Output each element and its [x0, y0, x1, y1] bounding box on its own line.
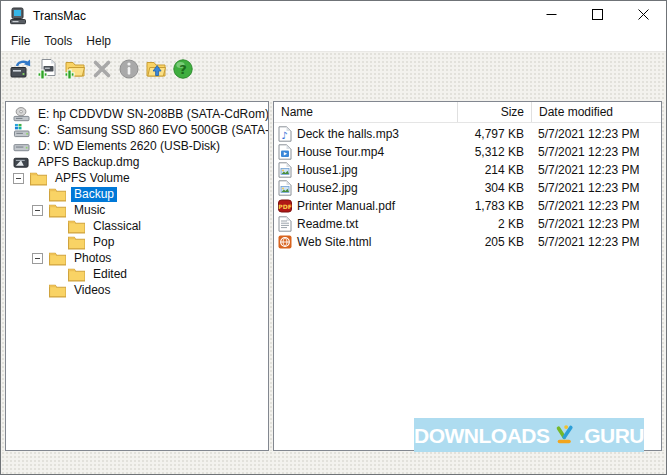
file-row-house2-jpg[interactable]: House2.jpg304 KB5/7/2021 12:23 PM: [274, 179, 661, 197]
file-name-cell: ♪Deck the halls.mp3: [274, 126, 457, 142]
window-title: TransMac: [33, 9, 86, 23]
folder-icon: [68, 267, 85, 282]
system-drive-icon: [13, 123, 30, 138]
mp3-file-icon: ♪: [278, 126, 292, 142]
help-question-icon: ?: [172, 58, 194, 80]
tree-item-label: C: Samsung SSD 860 EVO 500GB (SATA-Disk): [35, 123, 269, 138]
file-name-cell: House1.jpg: [274, 162, 457, 178]
file-size: 205 KB: [457, 235, 531, 249]
file-date-modified: 5/7/2021 12:23 PM: [531, 127, 661, 141]
folder-icon: [49, 187, 66, 202]
tree-item-music[interactable]: Music: [6, 202, 268, 218]
file-size: 304 KB: [457, 181, 531, 195]
jpg-file-icon: [278, 162, 292, 178]
minimize-icon: [546, 9, 557, 23]
file-name: Web Site.html: [297, 235, 371, 249]
file-name-cell: Readme.txt: [274, 216, 457, 232]
file-row-house1-jpg[interactable]: House1.jpg214 KB5/7/2021 12:23 PM: [274, 161, 661, 179]
collapse-expander-icon[interactable]: [32, 205, 43, 216]
file-name-cell: PDFPrinter Manual.pdf: [274, 198, 457, 214]
file-row-house-tour-mp4[interactable]: House Tour.mp45,312 KB5/7/2021 12:23 PM: [274, 143, 661, 161]
file-name: House Tour.mp4: [297, 145, 384, 159]
file-row-deck-the-halls-mp3[interactable]: ♪Deck the halls.mp34,797 KB5/7/2021 12:2…: [274, 125, 661, 143]
menu-bar: FileToolsHelp: [1, 31, 666, 52]
new-folder-toolbar-button[interactable]: [61, 55, 88, 82]
menu-file[interactable]: File: [4, 32, 37, 50]
file-rows: ♪Deck the halls.mp34,797 KB5/7/2021 12:2…: [274, 123, 661, 251]
refresh-drives-toolbar-button[interactable]: [7, 55, 34, 82]
transmac-app-icon: [9, 7, 27, 25]
usb-drive-icon: [13, 139, 30, 154]
file-size: 4,797 KB: [457, 127, 531, 141]
jpg-file-icon: [278, 180, 292, 196]
tree-item-label: E: hp CDDVDW SN-208BB (SATA-CdRom): [35, 107, 269, 122]
column-header-date[interactable]: Date modified: [531, 102, 661, 122]
restore-folder-toolbar-button[interactable]: [142, 55, 169, 82]
column-header-size[interactable]: Size: [457, 102, 531, 122]
pdf-file-icon: PDF: [278, 198, 292, 214]
disk-image-add-icon: [37, 58, 59, 80]
downloads-guru-watermark: DOWNLOADS .GURU: [414, 418, 644, 452]
file-list-header: NameSizeDate modified: [274, 102, 661, 123]
drive-tree-panel: E: hp CDDVDW SN-208BB (SATA-CdRom)C: Sam…: [5, 101, 269, 451]
tree-item-c-samsung-ssd-860-evo-500gb-sata-disk[interactable]: C: Samsung SSD 860 EVO 500GB (SATA-Disk): [6, 122, 268, 138]
new-disk-image-toolbar-button[interactable]: [34, 55, 61, 82]
tree-item-label: Photos: [71, 251, 114, 266]
transmac-window: TransMac FileToolsHelp ? E: hp CDDVDW SN…: [0, 0, 667, 475]
file-name: Printer Manual.pdf: [297, 199, 395, 213]
file-row-readme-txt[interactable]: Readme.txt2 KB5/7/2021 12:23 PM: [274, 215, 661, 233]
folder-icon: [68, 219, 85, 234]
tree-item-label: Pop: [90, 235, 117, 250]
tree-item-edited[interactable]: Edited: [6, 266, 268, 282]
tree-item-label: APFS Volume: [52, 171, 133, 186]
tree-item-classical[interactable]: Classical: [6, 218, 268, 234]
tree-item-photos[interactable]: Photos: [6, 250, 268, 266]
info-circle-icon: [118, 58, 140, 80]
collapse-expander-icon[interactable]: [32, 253, 43, 264]
file-row-web-site-html[interactable]: Web Site.html205 KB5/7/2021 12:23 PM: [274, 233, 661, 251]
file-row-printer-manual-pdf[interactable]: PDFPrinter Manual.pdf1,783 KB5/7/2021 12…: [274, 197, 661, 215]
tree-item-apfs-backup-dmg[interactable]: APFS Backup.dmg: [6, 154, 268, 170]
tree-item-d-wd-elements-2620-usb-disk[interactable]: D: WD Elements 2620 (USB-Disk): [6, 138, 268, 154]
svg-text:PDF: PDF: [278, 203, 291, 210]
tree-item-label: Edited: [90, 267, 130, 282]
folder-icon: [30, 171, 47, 186]
tree-item-label: Backup: [71, 187, 117, 202]
title-bar: TransMac: [1, 1, 666, 31]
menu-tools[interactable]: Tools: [37, 32, 79, 50]
tree-item-videos[interactable]: Videos: [6, 282, 268, 298]
tree-item-pop[interactable]: Pop: [6, 234, 268, 250]
cdrom-drive-icon: [13, 107, 30, 122]
file-size: 5,312 KB: [457, 145, 531, 159]
menu-help[interactable]: Help: [79, 32, 118, 50]
content-area: E: hp CDDVDW SN-208BB (SATA-CdRom)C: Sam…: [1, 101, 666, 451]
maximize-icon: [592, 9, 603, 23]
file-name: House1.jpg: [297, 163, 358, 177]
file-date-modified: 5/7/2021 12:23 PM: [531, 235, 661, 249]
html-file-icon: [278, 234, 292, 250]
maximize-button[interactable]: [574, 1, 620, 31]
watermark-text-left: DOWNLOADS: [414, 425, 550, 446]
tree-item-apfs-volume[interactable]: APFS Volume: [6, 170, 268, 186]
minimize-button[interactable]: [528, 1, 574, 31]
delete-toolbar-button[interactable]: [88, 55, 115, 82]
file-date-modified: 5/7/2021 12:23 PM: [531, 199, 661, 213]
folder-icon: [68, 235, 85, 250]
download-arrow-icon: [554, 421, 575, 447]
column-header-name[interactable]: Name: [274, 102, 457, 122]
close-button[interactable]: [620, 1, 666, 31]
help-toolbar-button[interactable]: ?: [169, 55, 196, 82]
svg-text:♪: ♪: [281, 130, 287, 141]
folder-add-icon: [64, 58, 86, 80]
tree-item-backup[interactable]: Backup: [6, 186, 268, 202]
tree-item-e-hp-cddvdw-sn-208bb-sata-cdrom[interactable]: E: hp CDDVDW SN-208BB (SATA-CdRom): [6, 106, 268, 122]
file-list-panel: NameSizeDate modified ♪Deck the halls.mp…: [273, 101, 662, 451]
file-size: 1,783 KB: [457, 199, 531, 213]
window-controls: [528, 1, 666, 31]
collapse-expander-icon[interactable]: [13, 173, 24, 184]
properties-toolbar-button[interactable]: [115, 55, 142, 82]
mp4-file-icon: [278, 144, 292, 160]
file-name: House2.jpg: [297, 181, 358, 195]
file-name-cell: House Tour.mp4: [274, 144, 457, 160]
tree-item-label: Classical: [90, 219, 144, 234]
